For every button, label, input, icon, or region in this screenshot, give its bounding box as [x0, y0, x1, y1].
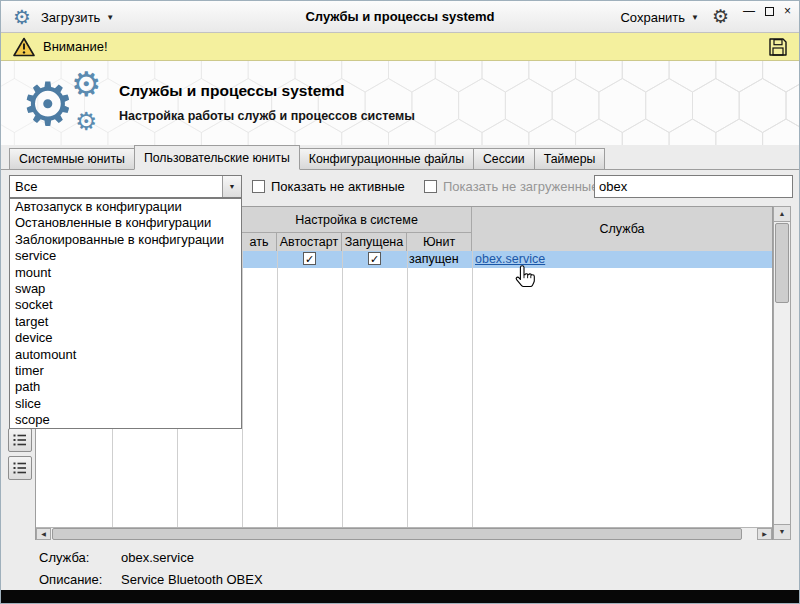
chevron-down-icon: ▼ [106, 13, 114, 22]
dropdown-item[interactable]: Остановленные в конфигурации [10, 215, 241, 231]
save-file-button[interactable] [767, 36, 789, 62]
hexagon-pattern [1, 61, 799, 145]
load-button[interactable]: Загрузить ▼ [41, 1, 114, 33]
chevron-down-icon: ▼ [691, 13, 699, 22]
service-label: Служба: [39, 550, 89, 565]
app-banner: ⚙ ⚙ ⚙ Службы и процессы systemd Настройк… [1, 61, 799, 145]
gears-icon: ⚙ [21, 75, 75, 135]
page-title: Службы и процессы systemd [119, 82, 345, 100]
checkbox-box[interactable] [424, 180, 437, 193]
dropdown-item[interactable]: socket [10, 297, 241, 313]
load-button-label: Загрузить [41, 10, 100, 25]
dropdown-item[interactable]: swap [10, 281, 241, 297]
minimize-button[interactable]: — [743, 5, 755, 17]
dropdown-item[interactable]: slice [10, 396, 241, 412]
dropdown-item[interactable]: timer [10, 363, 241, 379]
list-icon [12, 432, 28, 448]
unit-type-combobox[interactable]: Все ▼ [9, 175, 242, 198]
checkbox-box[interactable] [252, 180, 265, 193]
list-icon [12, 460, 28, 476]
chevron-down-icon: ▼ [223, 176, 241, 197]
grid-line [472, 251, 473, 527]
vertical-scrollbar: ▲ ▼ [773, 206, 791, 540]
close-button[interactable]: × [784, 5, 791, 17]
app-gear-icon: ⚙ [13, 6, 31, 28]
maximize-button[interactable] [765, 7, 774, 16]
tab-content: Все ▼ Показать не активные Показать не з… [1, 169, 799, 546]
settings-gear-button[interactable]: ⚙ [712, 7, 729, 27]
tab-config-files[interactable]: Конфигурационные файлы [299, 148, 474, 170]
show-unloaded-checkbox[interactable]: Показать не загруженные [424, 175, 598, 198]
search-input[interactable] [594, 175, 793, 198]
unit-state-cell: запущен [409, 251, 459, 268]
group-header-system: Настройка в системе [242, 207, 472, 233]
dropdown-item[interactable]: scope [10, 412, 241, 428]
grid-line [242, 251, 243, 527]
save-button-label: Сохранить [620, 10, 685, 25]
checkbox-label: Показать не активные [271, 179, 405, 194]
warning-bar: Внимание! [1, 33, 799, 61]
scroll-right-button[interactable]: ▶ [757, 528, 772, 540]
details-panel: Служба: obex.service Описание: Service B… [1, 546, 799, 590]
description-label: Описание: [39, 572, 102, 587]
journal-list-button[interactable] [8, 456, 32, 480]
warning-triangle-icon [13, 37, 35, 61]
tab-system-units[interactable]: Системные юниты [9, 148, 135, 170]
column-header-partial[interactable]: ать [242, 233, 277, 251]
column-header-service[interactable]: Служба [472, 207, 772, 251]
checkbox-label: Показать не загруженные [443, 179, 598, 194]
bottom-bar [1, 590, 799, 604]
check-icon: ✓ [370, 253, 379, 265]
warning-text: Внимание! [43, 33, 108, 60]
scroll-left-button[interactable]: ◀ [36, 528, 51, 540]
dropdown-item[interactable]: mount [10, 265, 241, 281]
app-window: ⚙ Загрузить ▼ Службы и процессы systemd … [0, 0, 800, 604]
column-header-autostart[interactable]: Автостарт [277, 233, 342, 251]
tab-bar: Системные юниты Пользовательские юниты К… [1, 145, 799, 170]
column-header-unit[interactable]: Юнит [407, 233, 472, 251]
scroll-down-button[interactable]: ▼ [774, 524, 790, 539]
running-checkbox[interactable]: ✓ [368, 252, 381, 265]
unit-type-dropdown-list: Автозапуск в конфигурации Остановленные … [9, 198, 242, 429]
grid-line [407, 251, 408, 527]
dropdown-item[interactable]: device [10, 330, 241, 346]
grid-line [342, 251, 343, 527]
autostart-checkbox[interactable]: ✓ [303, 252, 316, 265]
tab-timers[interactable]: Таймеры [534, 148, 606, 170]
grid-line [277, 251, 278, 527]
gears-icon: ⚙ [75, 109, 97, 134]
tab-user-units[interactable]: Пользовательские юниты [134, 145, 300, 170]
save-button[interactable]: Сохранить ▼ [620, 1, 699, 33]
dropdown-item[interactable]: target [10, 314, 241, 330]
combobox-value: Все [15, 176, 37, 197]
scroll-up-button[interactable]: ▲ [774, 207, 790, 222]
dropdown-item[interactable]: path [10, 379, 241, 395]
horizontal-scroll-thumb[interactable] [52, 528, 742, 540]
vertical-scroll-thumb[interactable] [775, 223, 789, 303]
check-icon: ✓ [305, 253, 314, 265]
gears-icon: ⚙ [71, 67, 101, 101]
dropdown-item[interactable]: service [10, 248, 241, 264]
horizontal-scrollbar: ◀ ▶ [36, 527, 772, 540]
page-subtitle: Настройка работы служб и процессов систе… [119, 109, 415, 123]
tab-sessions[interactable]: Сессии [473, 148, 535, 170]
list-view-button[interactable] [8, 428, 32, 452]
column-header-running[interactable]: Запущена [342, 233, 407, 251]
service-value: obex.service [121, 550, 194, 565]
dropdown-item[interactable]: automount [10, 347, 241, 363]
window-controls: — × [743, 5, 791, 17]
dropdown-item[interactable]: Автозапуск в конфигурации [10, 199, 241, 215]
title-bar: ⚙ Загрузить ▼ Службы и процессы systemd … [1, 1, 799, 33]
show-inactive-checkbox[interactable]: Показать не активные [252, 175, 405, 198]
description-value: Service Bluetooth OBEX [121, 572, 263, 587]
dropdown-item[interactable]: Заблокированные в конфигурации [10, 232, 241, 248]
hand-cursor-icon [513, 264, 537, 294]
combobox-arrow-button[interactable]: ▼ [222, 176, 241, 197]
